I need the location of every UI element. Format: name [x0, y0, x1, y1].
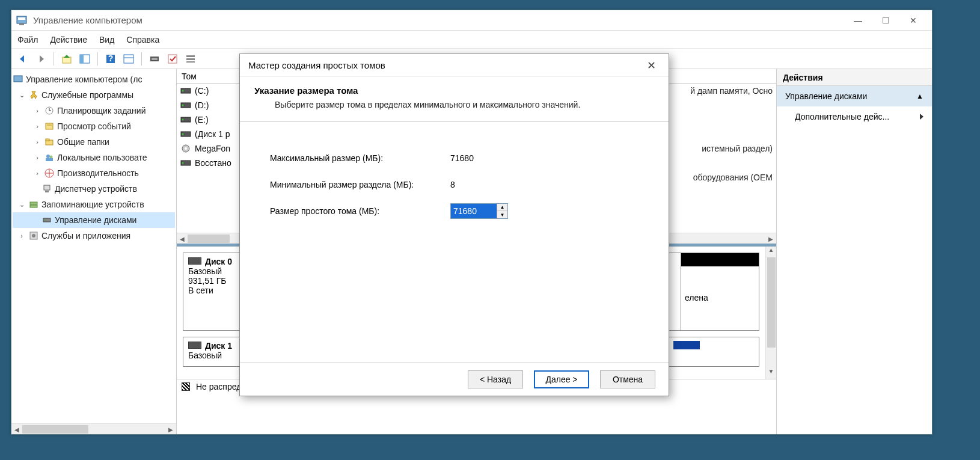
wizard-heading: Указание размера тома: [254, 85, 654, 96]
svg-rect-23: [46, 139, 49, 141]
min-size-label: Минимальный размер раздела (МБ):: [270, 180, 450, 189]
volume-size-spinner: ▲ ▼: [450, 203, 508, 219]
app-icon: [16, 15, 27, 26]
tree-root[interactable]: Управление компьютером (лс: [13, 72, 175, 87]
menu-action[interactable]: Действие: [50, 35, 87, 44]
actions-diskmgmt[interactable]: Управление дисками ▲: [777, 86, 932, 106]
svg-point-47: [185, 147, 187, 150]
close-button[interactable]: ✕: [899, 11, 927, 29]
tree-localusers[interactable]: › Локальные пользовате: [13, 150, 175, 165]
svg-point-24: [46, 155, 50, 158]
tree-perf[interactable]: › Производительность: [13, 165, 175, 181]
volume-size-input[interactable]: [451, 204, 497, 218]
collapse-icon: ▲: [916, 92, 923, 100]
back-button[interactable]: < Назад: [468, 370, 523, 388]
svg-rect-31: [45, 191, 49, 192]
svg-rect-8: [124, 55, 133, 63]
partial-text: й дамп памяти, Осно: [690, 86, 773, 96]
titlebar: Управление компьютером — ☐ ✕: [11, 10, 932, 31]
tree-diskmgmt[interactable]: Управление дисками: [13, 212, 175, 228]
maximize-button[interactable]: ☐: [872, 11, 899, 29]
actions-more[interactable]: Дополнительные дейс...: [777, 106, 932, 127]
svg-rect-34: [43, 218, 51, 222]
svg-point-35: [44, 219, 46, 221]
wizard-close-button[interactable]: ✕: [642, 59, 660, 72]
max-size-value: 71680: [450, 153, 522, 163]
show-hide-tree-button[interactable]: [77, 51, 93, 67]
wizard-title: Мастер создания простых томов: [248, 60, 642, 70]
legend-unallocated-swatch: [182, 382, 190, 391]
svg-point-45: [182, 133, 184, 135]
up-button[interactable]: [59, 51, 75, 67]
menubar: Файл Действие Вид Справка: [11, 31, 932, 49]
svg-rect-30: [44, 185, 50, 190]
svg-rect-1: [18, 17, 25, 20]
volume-size-label: Размер простого тома (МБ):: [270, 206, 450, 216]
svg-rect-15: [186, 61, 195, 63]
menu-help[interactable]: Справка: [126, 35, 159, 44]
svg-point-49: [182, 162, 184, 164]
forward-button[interactable]: [33, 51, 49, 67]
spin-down-button[interactable]: ▼: [497, 211, 507, 218]
cancel-button[interactable]: Отмена: [600, 370, 655, 388]
svg-point-37: [32, 234, 35, 238]
minimize-button[interactable]: —: [844, 11, 872, 29]
svg-rect-14: [186, 58, 195, 60]
svg-rect-3: [63, 57, 71, 63]
disk-icon: [188, 257, 201, 265]
tree-scheduler[interactable]: › Планировщик заданий: [13, 103, 175, 118]
svg-rect-2: [19, 23, 24, 25]
tree-shared[interactable]: › Общие папки: [13, 134, 175, 150]
tree-pane: Управление компьютером (лс ⌄ Служебные п…: [11, 69, 177, 434]
submenu-arrow-icon: [920, 114, 923, 120]
svg-rect-12: [168, 55, 177, 63]
menu-view[interactable]: Вид: [99, 35, 114, 44]
svg-rect-26: [46, 158, 53, 161]
wizard-dialog: Мастер создания простых томов ✕ Указание…: [239, 54, 669, 396]
svg-rect-32: [30, 202, 37, 204]
actions-pane: Действия Управление дисками ▲ Дополнител…: [777, 69, 932, 434]
actions-header: Действия: [777, 69, 932, 86]
partial-text: оборудования (OEM: [693, 173, 773, 182]
svg-rect-20: [46, 123, 53, 129]
menu-file[interactable]: Файл: [17, 35, 38, 44]
tree-hscroll[interactable]: ◀ ▶: [11, 423, 176, 434]
svg-text:?: ?: [108, 54, 114, 63]
svg-rect-13: [186, 55, 195, 57]
svg-point-43: [182, 119, 184, 121]
partial-text: истемный раздел): [702, 144, 773, 153]
svg-rect-33: [30, 205, 37, 207]
disk-icon: [188, 342, 201, 349]
next-button[interactable]: Далее >: [534, 370, 589, 388]
svg-point-25: [50, 156, 53, 159]
wizard-subtitle: Выберите размер тома в пределах минималь…: [275, 99, 654, 111]
window-title: Управление компьютером: [33, 15, 844, 25]
tree-services[interactable]: › Службы и приложения: [13, 228, 175, 244]
check-button[interactable]: [165, 51, 180, 67]
view-button[interactable]: [121, 51, 136, 67]
svg-rect-16: [14, 76, 22, 82]
min-size-value: 8: [450, 180, 522, 189]
tree-eventviewer[interactable]: › Просмотр событий: [13, 118, 175, 134]
spin-up-button[interactable]: ▲: [497, 204, 507, 212]
tree-utilities[interactable]: ⌄ Служебные программы: [13, 87, 175, 103]
tree-devmgr[interactable]: Диспетчер устройств: [13, 181, 175, 197]
tree-storage[interactable]: ⌄ Запоминающие устройств: [13, 197, 175, 212]
list-button[interactable]: [183, 51, 198, 67]
disk-vscroll[interactable]: ▲ ▼: [765, 247, 776, 379]
back-button[interactable]: [15, 51, 31, 67]
settings-button[interactable]: [147, 51, 162, 67]
partial-text: елена: [685, 293, 708, 302]
max-size-label: Максимальный размер (МБ):: [270, 153, 450, 163]
help-button[interactable]: ?: [103, 51, 118, 67]
svg-point-41: [182, 105, 184, 106]
svg-point-39: [182, 90, 184, 92]
svg-rect-5: [80, 55, 84, 63]
svg-rect-11: [152, 58, 158, 60]
